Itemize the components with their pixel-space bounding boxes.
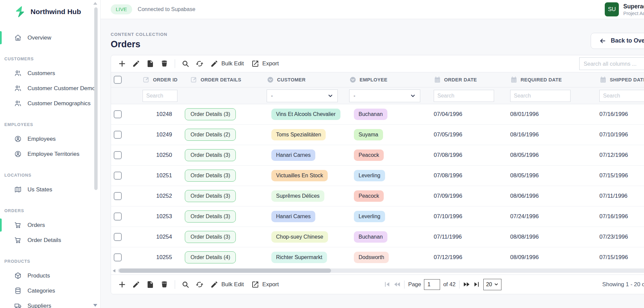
row-checkbox[interactable] bbox=[114, 151, 122, 159]
sidebar-item-us-states[interactable]: Us States bbox=[0, 182, 100, 197]
row-checkbox[interactable] bbox=[114, 253, 122, 261]
sidebar-scroll-up-icon[interactable] bbox=[93, 2, 97, 5]
column-header-order_date[interactable]: ORDER DATE bbox=[428, 76, 505, 83]
table-row[interactable]: 10248Order Details (3)Vins Et Alcools Ch… bbox=[111, 104, 644, 125]
table-row[interactable]: 10251Order Details (3)Victuailles En Sto… bbox=[111, 166, 644, 186]
page-size-value: 20 bbox=[486, 282, 492, 288]
sidebar-item-customer-customer-demo[interactable]: Customer Customer Demo bbox=[0, 81, 100, 96]
employee-cell: Leverling bbox=[344, 170, 428, 181]
first-page-button[interactable] bbox=[383, 281, 390, 288]
page-number-input[interactable] bbox=[424, 279, 440, 290]
filter-cell-required_date bbox=[505, 90, 594, 102]
bulk-edit-button[interactable]: Bulk Edit bbox=[210, 281, 244, 289]
back-to-overview-button[interactable]: Back to Overview bbox=[591, 33, 644, 49]
table-row[interactable]: 10249Order Details (2)Toms Spezialitäten… bbox=[111, 125, 644, 145]
required-date-cell: 08/08/1996 bbox=[505, 234, 594, 240]
order-details-button[interactable]: Order Details (4) bbox=[185, 251, 236, 263]
column-header-details[interactable]: ORDER DETAILS bbox=[185, 76, 261, 83]
last-page-button[interactable] bbox=[473, 281, 480, 288]
sidebar-item-employees[interactable]: Employees bbox=[0, 131, 100, 146]
sidebar-item-products[interactable]: Products bbox=[0, 268, 100, 283]
row-checkbox[interactable] bbox=[114, 233, 122, 241]
edit-record-button[interactable] bbox=[132, 281, 140, 289]
table-row[interactable]: 10254Order Details (3)Chop-suey ChineseB… bbox=[111, 227, 644, 247]
select-all-checkbox[interactable] bbox=[114, 76, 122, 84]
edit-record-button[interactable] bbox=[132, 60, 140, 68]
row-checkbox[interactable] bbox=[114, 110, 122, 118]
search-all-columns-input[interactable] bbox=[579, 57, 644, 70]
column-header-employee[interactable]: EMPLOYEE bbox=[344, 76, 428, 83]
customer-cell: Vins Et Alcools Chevalier bbox=[261, 109, 344, 120]
sidebar-item-label: Orders bbox=[28, 222, 45, 229]
sidebar-item-categories[interactable]: Categories bbox=[0, 283, 100, 298]
delete-record-button[interactable] bbox=[160, 60, 168, 68]
user-menu[interactable]: SU Superadmin Project Administrator bbox=[605, 2, 644, 16]
sidebar-item-suppliers[interactable]: Suppliers bbox=[0, 298, 100, 308]
column-header-customer[interactable]: CUSTOMER bbox=[261, 76, 344, 83]
add-record-button[interactable] bbox=[118, 281, 126, 289]
sidebar-item-label: Customer Customer Demo bbox=[28, 85, 95, 92]
order-details-button[interactable]: Order Details (3) bbox=[185, 210, 236, 223]
sidebar-item-label: Customers bbox=[28, 70, 55, 77]
export-button[interactable]: Export bbox=[251, 60, 279, 68]
table-row[interactable]: 10253Order Details (3)Hanari CarnesLever… bbox=[111, 206, 644, 227]
horizontal-scrollbar-thumb[interactable] bbox=[119, 268, 331, 273]
order-details-button[interactable]: Order Details (3) bbox=[185, 149, 236, 161]
order-details-button[interactable]: Order Details (3) bbox=[185, 231, 236, 243]
page-size-select[interactable]: 20 bbox=[483, 279, 501, 290]
bulk-edit-button[interactable]: Bulk Edit bbox=[210, 60, 244, 68]
sidebar-item-overview[interactable]: Overview bbox=[0, 30, 100, 45]
add-record-button[interactable] bbox=[118, 60, 126, 68]
column-header-select[interactable] bbox=[111, 76, 137, 84]
sidebar-item-orders[interactable]: Orders bbox=[0, 218, 100, 233]
duplicate-record-button[interactable] bbox=[146, 60, 154, 68]
sidebar-scrollbar-thumb[interactable] bbox=[94, 7, 98, 190]
sidebar-scroll-down-icon[interactable] bbox=[93, 304, 97, 307]
filter-input-order_date[interactable] bbox=[434, 90, 494, 102]
filter-input-required_date[interactable] bbox=[510, 90, 571, 102]
filter-select-customer[interactable]: - bbox=[267, 89, 338, 102]
employee-badge: Leverling bbox=[354, 170, 385, 181]
table-filter-row: -- bbox=[111, 87, 644, 104]
previous-page-button[interactable] bbox=[393, 281, 400, 288]
row-checkbox[interactable] bbox=[114, 131, 122, 139]
column-header-order_id[interactable]: ORDER ID bbox=[137, 76, 185, 83]
employee-badge: Buchanan bbox=[354, 231, 387, 243]
avatar[interactable]: SU bbox=[605, 2, 619, 16]
table-row[interactable]: 10252Order Details (3)Suprêmes DélicesPe… bbox=[111, 186, 644, 206]
next-page-button[interactable] bbox=[463, 281, 470, 288]
sidebar-item-label: Categories bbox=[28, 288, 55, 294]
required-date-cell: 08/05/1996 bbox=[505, 172, 594, 179]
search-button[interactable] bbox=[181, 281, 190, 289]
order-details-button[interactable]: Order Details (3) bbox=[185, 190, 236, 202]
filter-input-shipped_date[interactable] bbox=[599, 90, 644, 102]
refresh-button[interactable] bbox=[196, 60, 204, 68]
sidebar-item-employee-territories[interactable]: Employee Territories bbox=[0, 146, 100, 162]
filter-select-employee[interactable]: - bbox=[349, 89, 420, 102]
row-checkbox[interactable] bbox=[114, 192, 122, 200]
sidebar-item-customer-demographics[interactable]: Customer Demographics bbox=[0, 96, 100, 111]
sidebar-item-order-details[interactable]: Order Details bbox=[0, 233, 100, 248]
row-checkbox[interactable] bbox=[114, 172, 122, 180]
scroll-left-icon[interactable] bbox=[113, 269, 115, 272]
duplicate-record-button[interactable] bbox=[146, 281, 154, 289]
customer-badge: Toms Spezialitäten bbox=[271, 129, 326, 140]
table-row[interactable]: 10250Order Details (3)Hanari CarnesPeaco… bbox=[111, 145, 644, 166]
search-button[interactable] bbox=[181, 60, 190, 68]
table-row[interactable]: 10255Order Details (4)Richter Supermarkt… bbox=[111, 247, 644, 268]
refresh-button[interactable] bbox=[196, 281, 204, 289]
column-header-shipped_date[interactable]: SHIPPED DATE bbox=[594, 76, 644, 83]
chevron-circle-icon bbox=[349, 76, 357, 83]
export-button[interactable]: Export bbox=[251, 281, 279, 289]
row-select-cell bbox=[111, 151, 137, 159]
delete-record-button[interactable] bbox=[160, 281, 168, 289]
filter-input-order_id[interactable] bbox=[143, 90, 177, 102]
order-id-cell: 10251 bbox=[137, 172, 185, 179]
column-header-required_date[interactable]: REQUIRED DATE bbox=[505, 76, 594, 83]
order-details-button[interactable]: Order Details (3) bbox=[185, 108, 236, 120]
order-details-button[interactable]: Order Details (3) bbox=[185, 170, 236, 182]
row-checkbox[interactable] bbox=[114, 212, 122, 221]
sidebar-item-customers[interactable]: Customers bbox=[0, 66, 100, 81]
order-details-button[interactable]: Order Details (2) bbox=[185, 129, 236, 141]
customer-badge: Victuailles En Stock bbox=[271, 170, 328, 181]
